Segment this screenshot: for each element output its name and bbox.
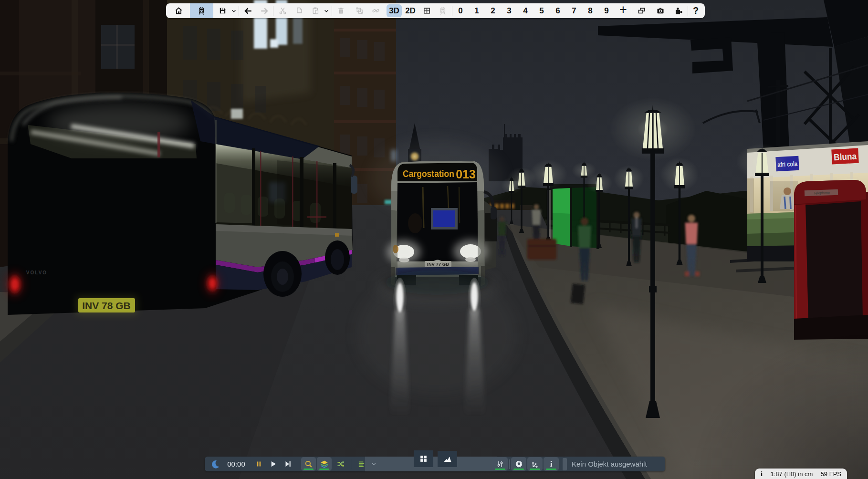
svg-text:Bluna: Bluna: [834, 151, 857, 163]
svg-text:013: 013: [456, 167, 476, 181]
svg-text:INV 77 GB: INV 77 GB: [427, 261, 449, 267]
svg-text:VOLVO: VOLVO: [26, 270, 47, 275]
svg-text:Cargostation: Cargostation: [403, 168, 454, 179]
svg-text:Telephone: Telephone: [814, 190, 830, 195]
